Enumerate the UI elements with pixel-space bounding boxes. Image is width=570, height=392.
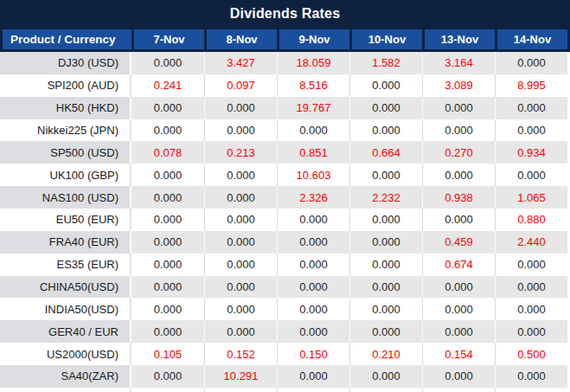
dividend-value: [349, 388, 422, 392]
table-row: DJ30 (USD)0.0003.42718.0591.5823.1640.00…: [0, 52, 567, 74]
table-row: Nikkei225 (JPN)0.0000.0000.0000.0000.000…: [0, 119, 567, 142]
dividend-value: 0.934: [495, 141, 567, 164]
dividend-value: 0.000: [349, 119, 422, 142]
dividend-value: 0.000: [131, 298, 204, 320]
product-label: UK100 (GBP): [0, 164, 131, 186]
column-header-14-nov: 14-Nov: [495, 29, 567, 49]
dividend-value: 0.000: [131, 254, 204, 276]
dividend-value: 2.232: [349, 186, 422, 209]
dividend-value: 0.000: [422, 164, 495, 186]
table-header-row: Product / Currency 7-Nov 8-Nov 9-Nov 10-…: [0, 28, 570, 52]
dividend-value: 0.000: [204, 209, 277, 231]
dividend-value: 0.000: [495, 119, 567, 142]
dividend-value: 10.603: [277, 164, 349, 186]
dividend-value: 0.241: [131, 74, 204, 97]
product-label: [0, 388, 131, 392]
dividend-value: 0.000: [349, 320, 422, 343]
dividend-value: 0.000: [131, 209, 204, 231]
dividend-value: 0.000: [131, 119, 204, 142]
product-label: NAS100 (USD): [0, 186, 131, 209]
dividend-value: 0.000: [131, 52, 204, 74]
dividend-value: 0.880: [495, 209, 567, 231]
product-label: ES35 (EUR): [0, 254, 131, 276]
table-row: US2000(USD)0.1050.1520.1500.2100.1540.50…: [0, 343, 567, 365]
dividend-value: 0.000: [422, 119, 495, 142]
dividend-value: 0.000: [131, 97, 204, 119]
dividend-value: 0.000: [422, 97, 495, 119]
dividend-value: 0.210: [349, 343, 422, 365]
dividend-value: 0.000: [349, 209, 422, 231]
product-label: GER40 / EUR: [0, 320, 131, 343]
dividend-value: [422, 388, 495, 392]
dividend-value: 0.213: [204, 141, 277, 164]
dividend-value: 0.000: [495, 52, 567, 74]
dividend-value: 0.000: [277, 298, 349, 320]
table-row: FRA40 (EUR)0.0000.0000.0000.0000.4592.44…: [0, 231, 567, 254]
dividend-value: 0.000: [495, 298, 567, 320]
product-label: DJ30 (USD): [0, 52, 131, 74]
dividend-value: 0.150: [277, 343, 349, 365]
product-label: SPI200 (AUD): [0, 74, 131, 97]
table-row: NAS100 (USD)0.0000.0002.3262.2320.9381.0…: [0, 186, 567, 209]
dividend-value: [277, 388, 349, 392]
dividend-value: 1.065: [495, 186, 567, 209]
dividend-value: 0.000: [131, 164, 204, 186]
dividend-value: 0.000: [495, 254, 567, 276]
dividend-value: 0.154: [422, 343, 495, 365]
dividend-value: 0.000: [204, 276, 277, 299]
title-bar: Dividends Rates: [0, 0, 570, 28]
dividend-value: [131, 388, 204, 392]
product-label: CHINA50(USD): [0, 276, 131, 299]
dividend-value: 0.000: [204, 231, 277, 254]
product-label: EU50 (EUR): [0, 209, 131, 231]
dividend-value: 0.000: [204, 164, 277, 186]
table-body: DJ30 (USD)0.0003.42718.0591.5823.1640.00…: [0, 52, 570, 392]
dividend-value: 0.270: [422, 141, 495, 164]
dividend-value: 0.000: [277, 276, 349, 299]
dividend-value: 3.427: [204, 52, 277, 74]
dividend-value: 0.000: [422, 276, 495, 299]
dividend-value: 0.000: [349, 74, 422, 97]
table-row: CHINA50(USD)0.0000.0000.0000.0000.0000.0…: [0, 276, 567, 299]
column-header-8-nov: 8-Nov: [204, 29, 277, 49]
dividend-value: 0.000: [277, 231, 349, 254]
product-label: FRA40 (EUR): [0, 231, 131, 254]
table-row: SA40(ZAR)0.00010.2910.0000.0000.0000.000: [0, 365, 567, 388]
dividend-value: 3.089: [422, 74, 495, 97]
dividend-value: 0.000: [495, 320, 567, 343]
dividend-value: 0.000: [204, 298, 277, 320]
table-row: SP500 (USD)0.0780.2130.8510.6640.2700.93…: [0, 141, 567, 164]
dividend-value: 0.000: [277, 254, 349, 276]
product-label: SA40(ZAR): [0, 365, 131, 388]
dividend-value: 0.000: [495, 97, 567, 119]
table-row-partial: [0, 388, 567, 392]
dividend-value: 0.152: [204, 343, 277, 365]
dividend-value: 10.291: [204, 365, 277, 388]
dividend-value: 0.000: [422, 320, 495, 343]
dividend-value: 1.582: [349, 52, 422, 74]
dividend-value: [495, 388, 567, 392]
dividend-value: 0.000: [277, 320, 349, 343]
dividend-value: 8.995: [495, 74, 567, 97]
dividend-value: 0.000: [277, 365, 349, 388]
dividend-value: 0.000: [204, 119, 277, 142]
dividend-value: 0.000: [349, 365, 422, 388]
table-row: UK100 (GBP)0.0000.00010.6030.0000.0000.0…: [0, 164, 567, 186]
dividend-value: 0.000: [131, 186, 204, 209]
column-header-13-nov: 13-Nov: [422, 29, 495, 49]
product-label: HK50 (HKD): [0, 97, 131, 119]
dividend-value: 0.851: [277, 141, 349, 164]
dividend-value: 0.000: [422, 209, 495, 231]
dividend-value: 0.000: [349, 164, 422, 186]
dividend-value: 8.516: [277, 74, 349, 97]
dividend-value: 0.000: [277, 209, 349, 231]
dividend-value: 0.000: [422, 365, 495, 388]
dividend-value: 0.000: [495, 164, 567, 186]
product-label: SP500 (USD): [0, 141, 131, 164]
dividend-value: 0.000: [349, 298, 422, 320]
table-row: HK50 (HKD)0.0000.00019.7670.0000.0000.00…: [0, 97, 567, 119]
dividend-value: [204, 388, 277, 392]
product-label: INDIA50(USD): [0, 298, 131, 320]
dividend-value: 3.164: [422, 52, 495, 74]
dividend-value: 0.000: [277, 119, 349, 142]
